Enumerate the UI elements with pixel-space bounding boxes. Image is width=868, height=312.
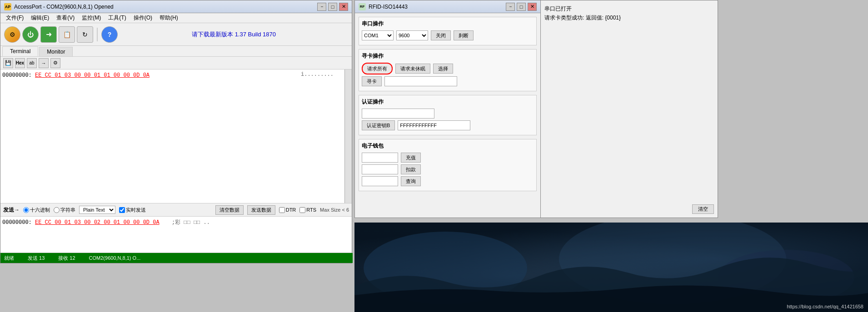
arrow2-btn[interactable]: →: [39, 58, 49, 68]
dtr-checkbox[interactable]: DTR: [279, 207, 296, 213]
port-select[interactable]: COM1: [362, 30, 394, 40]
menu-operation[interactable]: 操作(O): [130, 13, 156, 23]
port-row: COM1 9600 关闭 刹断: [362, 30, 534, 40]
send-bar: 发送→ 十六进制 字符串 Plain Text 实时发送 清空数据 发送数据 D…: [0, 203, 352, 217]
auth-input[interactable]: [362, 109, 434, 119]
dots-display: i.........: [301, 71, 334, 78]
help-btn[interactable]: ?: [101, 26, 118, 43]
toolbar-sep: [97, 28, 98, 41]
rts-checkbox[interactable]: RTS: [299, 207, 316, 213]
port-open-status: 串口已打开: [544, 4, 714, 13]
send-hex-data: EE CC 00 01 03 00 02 00 01 00 00 0D 0A: [35, 219, 160, 226]
baud-select[interactable]: 9600: [396, 30, 428, 40]
radio-char[interactable]: 字符串: [54, 207, 75, 213]
req-sleep-btn[interactable]: 请求未休眠: [395, 64, 430, 74]
plain-text-dropdown[interactable]: Plain Text: [79, 206, 115, 214]
radio-group: 十六进制 字符串: [23, 207, 75, 213]
send-data-btn[interactable]: 发送数据: [247, 205, 275, 215]
hex-btn[interactable]: Hex: [15, 58, 25, 68]
charge-input[interactable]: [362, 153, 398, 163]
ready-label: 就绪: [4, 255, 14, 262]
break-btn[interactable]: 刹断: [454, 30, 474, 40]
req-all-btn[interactable]: 请求所有: [362, 63, 393, 74]
minimize-btn[interactable]: －: [317, 3, 326, 11]
max-size-label: Max Size < 6: [320, 207, 349, 213]
doc-btn[interactable]: 📋: [59, 26, 75, 43]
send-label: 发送→: [3, 206, 20, 214]
config-btn[interactable]: ⚙: [50, 58, 60, 68]
menu-tools[interactable]: 工具(T): [105, 13, 130, 23]
rfid-title: RFID-ISO14443: [369, 4, 506, 10]
hex-data-line: EE CC 01 03 00 00 01 01 00 00 0D 0A: [35, 72, 150, 79]
rfid-close-btn[interactable]: ✕: [528, 3, 537, 11]
recv-count: 接收 12: [58, 255, 75, 262]
main-display-area: 00000000: EE CC 01 03 00 00 01 01 00 00 …: [0, 69, 352, 203]
deduct-row: 扣款: [362, 164, 534, 174]
menu-help[interactable]: 帮助(H): [156, 13, 182, 23]
query-btn[interactable]: 查询: [401, 176, 421, 186]
logo-btn[interactable]: ⚙: [4, 26, 20, 43]
auth-section: 认证操作 认证密钥B: [359, 95, 537, 135]
maximize-btn[interactable]: □: [328, 3, 337, 11]
bottom-info-bar: 就绪 发送 13 接收 12 COM2(9600,N,8,1) O...: [0, 253, 353, 263]
blog-url: https://blog.csdn.net/qq_41421658: [787, 304, 863, 309]
rfid-wrapper: RF RFID-ISO14443 － □ ✕ 串口操作 COM1 9600: [354, 0, 868, 223]
port-section-title: 串口操作: [362, 20, 534, 28]
close-port-btn[interactable]: 关闭: [431, 30, 451, 40]
rfid-content: 串口操作 COM1 9600 关闭 刹断 寻卡操作 请求所有 请求未休: [355, 13, 540, 218]
menu-file[interactable]: 文件(F): [2, 13, 27, 23]
save-icon-btn[interactable]: 💾: [3, 58, 13, 68]
select-btn[interactable]: 选择: [433, 64, 453, 74]
wallet-section: 电子钱包 充值 扣款 查询: [359, 139, 537, 191]
window-controls: － □ ✕: [317, 3, 348, 11]
hex-addr: 00000000:: [2, 72, 35, 79]
clear-data-btn[interactable]: 清空数据: [215, 205, 244, 215]
menu-edit[interactable]: 编辑(E): [27, 13, 53, 23]
background-image: [354, 223, 868, 312]
card-type-status: 请求卡类型成功: 返回值: {0001}: [544, 13, 714, 22]
rfid-status-panel: 串口已打开 请求卡类型成功: 返回值: {0001} 清空: [541, 0, 718, 218]
auth-key-input[interactable]: [398, 120, 470, 130]
deduct-btn[interactable]: 扣款: [401, 164, 421, 174]
auth-key-row: 认证密钥B: [362, 120, 534, 130]
charge-row: 充值: [362, 153, 534, 163]
charge-btn[interactable]: 充值: [401, 153, 421, 163]
menu-bar: 文件(F) 编辑(E) 查看(V) 监控(M) 工具(T) 操作(O) 帮助(H…: [0, 13, 352, 23]
deduct-input[interactable]: [362, 164, 398, 174]
radio-hex[interactable]: 十六进制: [23, 207, 50, 213]
send-input-area: 00000000: EE CC 00 01 03 00 02 00 01 00 …: [0, 217, 352, 253]
auth-key-btn[interactable]: 认证密钥B: [362, 120, 395, 130]
rfid-icon: RF: [359, 3, 366, 10]
send-addr: 00000000:: [2, 219, 32, 226]
close-btn[interactable]: ✕: [339, 3, 348, 11]
query-input[interactable]: [362, 176, 398, 186]
tab-terminal[interactable]: Terminal: [2, 46, 38, 56]
wallet-section-title: 电子钱包: [362, 142, 534, 150]
ab-btn[interactable]: ab: [27, 58, 37, 68]
rfid-clear-btn[interactable]: 清空: [692, 204, 714, 214]
find-card-input[interactable]: [384, 76, 457, 86]
rfid-maximize-btn[interactable]: □: [517, 3, 526, 11]
realtime-checkbox[interactable]: 实时发送: [119, 207, 146, 213]
accessport-title: AccessPort - COM2(9600,N,8,1) Opened: [14, 4, 317, 10]
rfid-minimize-btn[interactable]: －: [506, 3, 515, 11]
toolbar: ⚙ ⏻ ➜ 📋 ↻ ? 请下载最新版本 1.37 Build 1870: [0, 23, 352, 46]
port-section: 串口操作 COM1 9600 关闭 刹断: [359, 17, 537, 45]
refresh-btn[interactable]: ↻: [77, 26, 93, 43]
find-section-title: 寻卡操作: [362, 52, 534, 60]
arrow-btn[interactable]: ➜: [40, 26, 57, 43]
menu-monitor[interactable]: 监控(M): [78, 13, 105, 23]
auth-row: [362, 109, 534, 119]
update-notice: 请下载最新版本 1.37 Build 1870: [120, 30, 348, 39]
auth-section-title: 认证操作: [362, 98, 534, 106]
main-scrollbar[interactable]: [344, 69, 352, 203]
rfid-window-controls: － □ ✕: [506, 3, 537, 11]
hex-display-line: 00000000: EE CC 01 03 00 00 01 01 00 00 …: [2, 71, 350, 79]
power-btn[interactable]: ⏻: [22, 26, 39, 43]
find-card-btn[interactable]: 寻卡: [362, 76, 382, 86]
rfid-window: RF RFID-ISO14443 － □ ✕ 串口操作 COM1 9600: [354, 0, 541, 218]
accessport-window: AP AccessPort - COM2(9600,N,8,1) Opened …: [0, 0, 352, 263]
menu-view[interactable]: 查看(V): [53, 13, 78, 23]
tab-monitor[interactable]: Monitor: [39, 47, 73, 56]
sub-toolbar: 💾 Hex ab → ⚙: [0, 57, 352, 69]
